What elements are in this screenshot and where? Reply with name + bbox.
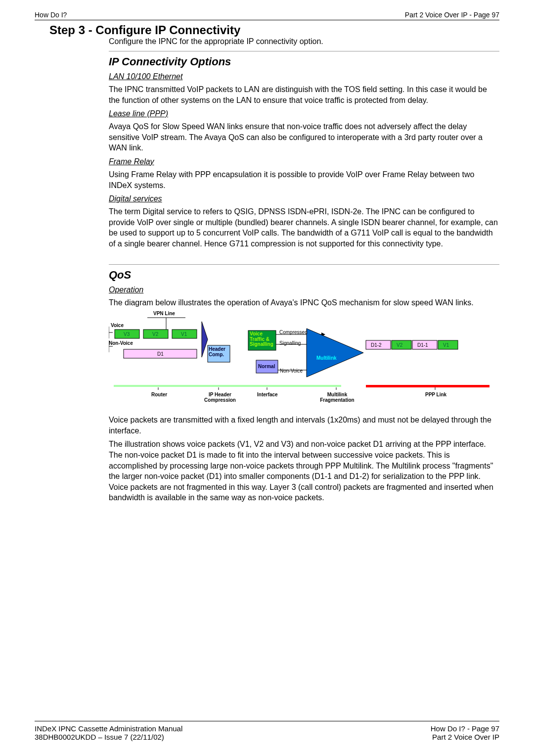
qos-diagram: VPN Line Voice Non-Voice V3 V2 V1 D1 Hea… (109, 311, 499, 410)
diagram-signalling: Signalling (279, 340, 301, 346)
lease-heading: Lease line (PPP) (109, 109, 499, 118)
lan-heading: LAN 10/100 Ethernet (109, 72, 499, 81)
diagram-voice-traffic-signalling: Voice Traffic & Signalling (250, 331, 276, 347)
diagram-nonvoice2: Non-Voice (280, 368, 303, 374)
framerelay-body: Using Frame Relay with PPP encapsulation… (109, 169, 499, 190)
step-heading: Step 3 - Configure IP Connectivity (49, 23, 499, 37)
svg-rect-22 (366, 385, 490, 387)
diagram-v1r: V1 (443, 342, 449, 348)
diagram-compressed: Compressed (279, 330, 308, 335)
framerelay-heading: Frame Relay (109, 157, 499, 166)
svg-rect-23 (114, 385, 341, 387)
digital-heading: Digital services (109, 194, 499, 203)
diagram-v1: V1 (181, 331, 187, 337)
lan-body: The IPNC transmitted VoIP packets to LAN… (109, 84, 499, 105)
diagram-ip-header-compression-label: IP Header Compression (203, 392, 237, 403)
qos-para1: Voice packets are transmitted with a fix… (109, 415, 499, 436)
diagram-multilink-frag-label: Multilink Fragmentation (317, 392, 357, 403)
diagram-d1: D1 (157, 351, 164, 357)
operation-heading: Operation (109, 285, 499, 294)
diagram-normal: Normal (258, 364, 275, 369)
lease-body: Avaya QoS for Slow Speed WAN links ensur… (109, 121, 499, 153)
diagram-interface-label: Interface (257, 392, 278, 397)
diagram-nonvoice-label: Non-Voice (109, 340, 134, 346)
digital-body: The term Digital service to refers to QS… (109, 206, 499, 249)
footer-right1: How Do I? - Page 97 (431, 724, 499, 733)
diagram-v2: V2 (152, 331, 158, 337)
ipconn-heading: IP Connectivity Options (109, 55, 499, 68)
diagram-v3: V3 (124, 331, 130, 337)
diagram-voice-label: Voice (111, 323, 124, 328)
diagram-d1-1: D1-1 (417, 342, 428, 348)
header-left: How Do I? (35, 11, 67, 19)
divider (109, 264, 499, 265)
operation-intro: The diagram below illustrates the operat… (109, 297, 499, 308)
diagram-ppp-link-label: PPP Link (425, 392, 446, 397)
header-right: Part 2 Voice Over IP - Page 97 (405, 11, 499, 19)
divider (109, 51, 499, 51)
footer-left2: 38DHB0002UKDD – Issue 7 (22/11/02) (35, 733, 182, 741)
footer-right2: Part 2 Voice Over IP (431, 733, 499, 741)
diagram-header-comp: Header Comp. (209, 346, 229, 357)
diagram-router-label: Router (151, 392, 167, 397)
diagram-v2r: V2 (397, 342, 402, 348)
page-footer: INDeX IPNC Cassette Administration Manua… (35, 721, 499, 741)
step-intro: Configure the IPNC for the appropriate I… (109, 37, 499, 46)
diagram-vpn-line: VPN Line (153, 311, 175, 316)
qos-para2: The illustration shows voice packets (V1… (109, 439, 499, 503)
footer-left1: INDeX IPNC Cassette Administration Manua… (35, 724, 182, 733)
diagram-d1-2: D1-2 (371, 342, 382, 348)
diagram-multilink: Multilink (316, 355, 337, 361)
qos-heading: QoS (109, 269, 499, 282)
